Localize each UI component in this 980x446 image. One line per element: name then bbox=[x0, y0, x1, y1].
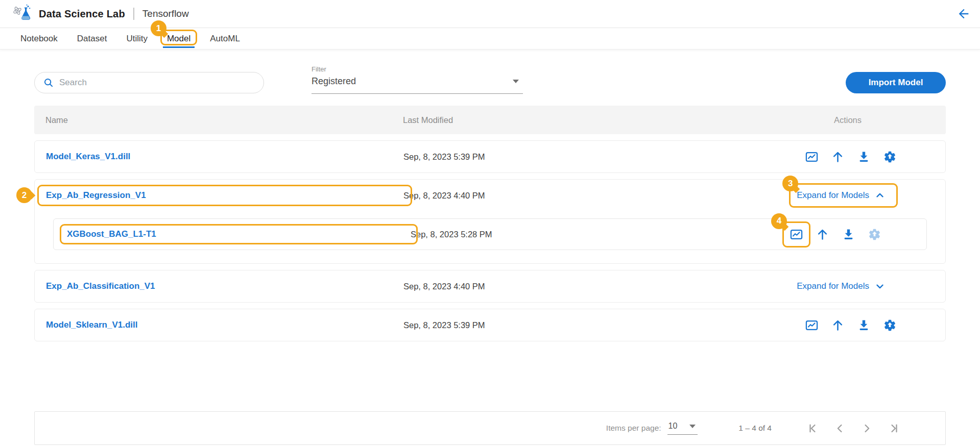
tab-model[interactable]: Model 1 bbox=[167, 28, 190, 49]
dropdown-caret-icon bbox=[513, 80, 519, 83]
back-button[interactable] bbox=[957, 7, 971, 21]
experiment-name-link[interactable]: Exp_Ab_Classification_V1 bbox=[46, 281, 155, 291]
search-input[interactable] bbox=[59, 78, 255, 88]
promote-upload-button[interactable] bbox=[816, 228, 829, 241]
metrics-chart-icon bbox=[790, 228, 803, 241]
arrow-up-icon bbox=[831, 150, 845, 164]
deploy-api-button-disabled bbox=[868, 228, 881, 241]
first-page-button[interactable] bbox=[806, 422, 819, 435]
tab-automl[interactable]: AutoML bbox=[210, 28, 240, 49]
row-actions bbox=[805, 150, 897, 164]
metrics-chart-icon bbox=[805, 150, 819, 164]
filter-label: Filter bbox=[312, 65, 523, 73]
search-icon bbox=[43, 77, 54, 88]
active-tab-underline bbox=[163, 46, 195, 48]
chevron-right-icon bbox=[861, 422, 873, 435]
chevron-down-icon bbox=[874, 281, 886, 292]
column-header-name: Name bbox=[45, 115, 403, 125]
last-page-button[interactable] bbox=[888, 422, 900, 435]
table-row-exp-ab-regression: Exp_Ab_Regression_V1 2 Sep, 8, 2023 4:40… bbox=[35, 180, 945, 211]
download-button[interactable] bbox=[857, 150, 871, 164]
annotation-badge-3: 3 bbox=[782, 176, 798, 191]
flask-atom-logo-icon bbox=[12, 4, 35, 24]
expand-button-label: Expand for Models bbox=[797, 190, 869, 201]
dropdown-caret-icon bbox=[689, 425, 696, 428]
promote-upload-button[interactable] bbox=[831, 150, 845, 164]
tab-notebook[interactable]: Notebook bbox=[20, 28, 58, 49]
download-button[interactable] bbox=[857, 318, 871, 332]
tab-label: Utility bbox=[126, 34, 148, 44]
download-icon bbox=[842, 228, 855, 241]
expand-button-label: Expand for Models bbox=[797, 281, 869, 291]
deploy-api-button[interactable] bbox=[883, 318, 897, 332]
tab-label: AutoML bbox=[210, 34, 240, 44]
tab-dataset[interactable]: Dataset bbox=[77, 28, 107, 49]
column-header-last-modified: Last Modified bbox=[403, 115, 834, 125]
table-row-group-exp-ab-regression: Exp_Ab_Regression_V1 2 Sep, 8, 2023 4:40… bbox=[34, 179, 946, 264]
tab-utility[interactable]: Utility bbox=[126, 28, 148, 49]
pager-controls bbox=[806, 422, 900, 435]
import-model-button[interactable]: Import Model bbox=[846, 72, 946, 93]
previous-page-button[interactable] bbox=[833, 422, 846, 435]
download-icon bbox=[857, 318, 871, 332]
nested-row-xgboost: XGBoost_BAG_L1-T1 Sep, 8, 2023 5:28 PM 4 bbox=[53, 218, 927, 250]
next-page-button[interactable] bbox=[861, 422, 873, 435]
main-content: Filter Registered Import Model Name Last… bbox=[0, 49, 980, 445]
search-box[interactable] bbox=[34, 72, 264, 93]
tab-label: Dataset bbox=[77, 34, 107, 44]
column-header-actions: Actions bbox=[834, 115, 862, 125]
tab-label: Model bbox=[167, 34, 190, 44]
experiment-name-link[interactable]: Exp_Ab_Regression_V1 bbox=[46, 190, 146, 200]
page: Data Science Lab Tensorflow Notebook Dat… bbox=[0, 0, 980, 446]
last-page-icon bbox=[888, 422, 900, 435]
table-header-row: Name Last Modified Actions bbox=[34, 106, 946, 134]
pagination-bar: Items per page: 10 1 – 4 of 4 bbox=[34, 411, 946, 445]
arrow-up-icon bbox=[831, 318, 845, 332]
app-title: Data Science Lab bbox=[39, 8, 125, 20]
chevron-up-icon bbox=[874, 190, 886, 201]
expand-for-models-button[interactable]: Expand for Models bbox=[797, 281, 886, 292]
annotation-badge-2: 2 bbox=[16, 187, 32, 203]
promote-upload-button[interactable] bbox=[831, 318, 845, 332]
filter-dropdown[interactable]: Filter Registered bbox=[312, 65, 523, 94]
last-modified-value: Sep, 8, 2023 5:28 PM bbox=[411, 230, 790, 239]
row-actions: 4 bbox=[790, 228, 881, 241]
metrics-chart-icon bbox=[805, 318, 819, 332]
deploy-api-gear-icon bbox=[868, 228, 881, 241]
expand-for-models-button[interactable]: Expand for Models 3 bbox=[797, 190, 886, 201]
annotation-badge-4: 4 bbox=[771, 213, 787, 229]
table-row-model-keras: Model_Keras_V1.dill Sep, 8, 2023 5:39 PM bbox=[34, 140, 946, 173]
tab-label: Notebook bbox=[20, 34, 58, 44]
title-divider bbox=[133, 8, 134, 20]
first-page-icon bbox=[806, 422, 819, 435]
view-metrics-button[interactable]: 4 bbox=[790, 228, 803, 241]
chevron-left-icon bbox=[833, 422, 846, 435]
toolbar: Filter Registered Import Model bbox=[34, 71, 946, 94]
items-per-page-label: Items per page: bbox=[606, 424, 661, 433]
model-name-link[interactable]: Model_Keras_V1.dill bbox=[46, 152, 130, 161]
last-modified-value: Sep, 8, 2023 5:39 PM bbox=[403, 320, 805, 330]
deploy-api-button[interactable] bbox=[883, 150, 897, 164]
download-icon bbox=[857, 150, 871, 164]
view-metrics-button[interactable] bbox=[805, 318, 819, 332]
table-row-exp-ab-classification: Exp_Ab_Classification_V1 Sep, 8, 2023 4:… bbox=[34, 270, 946, 303]
row-actions bbox=[805, 318, 897, 332]
filter-value-row[interactable]: Registered bbox=[312, 73, 523, 94]
view-metrics-button[interactable] bbox=[805, 150, 819, 164]
items-per-page-select[interactable]: 10 bbox=[667, 422, 698, 435]
deploy-api-gear-icon bbox=[883, 318, 897, 332]
arrow-up-icon bbox=[816, 228, 829, 241]
filter-selected-value: Registered bbox=[312, 76, 356, 87]
pagination-range: 1 – 4 of 4 bbox=[738, 424, 772, 433]
model-name-link[interactable]: Model_Sklearn_V1.dill bbox=[46, 320, 138, 330]
deploy-api-gear-icon bbox=[883, 150, 897, 164]
workspace-name: Tensorflow bbox=[142, 8, 189, 19]
tab-bar: Notebook Dataset Utility Model 1 AutoML bbox=[0, 28, 980, 49]
child-model-name-link[interactable]: XGBoost_BAG_L1-T1 bbox=[67, 229, 156, 239]
table-row-model-sklearn: Model_Sklearn_V1.dill Sep, 8, 2023 5:39 … bbox=[34, 309, 946, 341]
arrow-back-icon bbox=[957, 7, 971, 21]
last-modified-value: Sep, 8, 2023 4:40 PM bbox=[403, 282, 797, 291]
last-modified-value: Sep, 8, 2023 5:39 PM bbox=[403, 152, 805, 162]
app-bar: Data Science Lab Tensorflow bbox=[0, 0, 980, 28]
download-button[interactable] bbox=[842, 228, 855, 241]
